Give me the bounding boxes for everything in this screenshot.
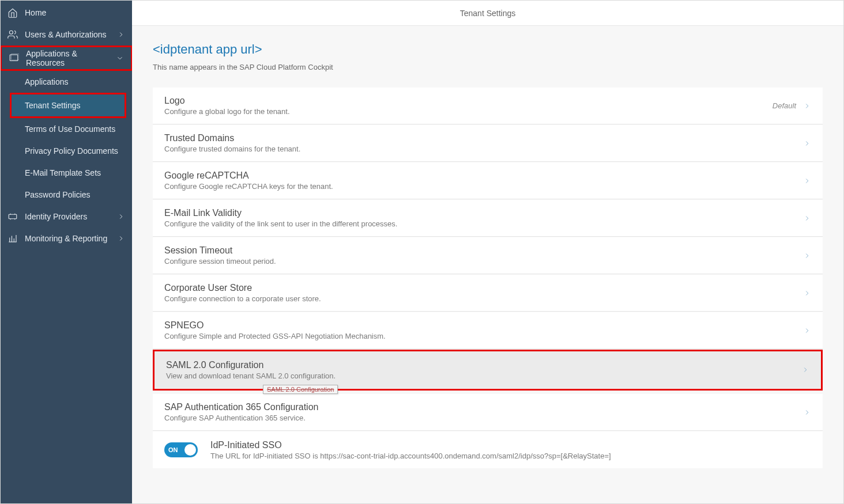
chevron-right-icon	[803, 289, 811, 297]
chevron-right-icon	[803, 214, 811, 222]
page-header: Tenant Settings	[132, 1, 843, 26]
setting-desc: Configure the validity of the link sent …	[164, 219, 803, 228]
identity-icon	[7, 211, 18, 222]
settings-list: Logo Configure a global logo for the ten…	[153, 88, 823, 468]
setting-saml-config[interactable]: SAML 2.0 Configuration View and download…	[155, 351, 821, 388]
nav-apps-resources[interactable]: Applications & Resources	[2, 47, 131, 69]
setting-title: Corporate User Store	[164, 283, 803, 293]
setting-logo[interactable]: Logo Configure a global logo for the ten…	[153, 88, 823, 124]
sidebar: Home Users & Authorizations Applications…	[1, 1, 132, 503]
svg-point-0	[9, 31, 13, 34]
chevron-right-icon	[803, 252, 811, 260]
setting-desc: View and download tenant SAML 2.0 config…	[166, 372, 801, 380]
nav-home[interactable]: Home	[1, 2, 132, 24]
home-icon	[7, 7, 18, 18]
setting-idp-sso: ON IdP-Initiated SSO The URL for IdP-ini…	[153, 431, 823, 468]
chevron-right-icon	[117, 31, 125, 39]
nav-home-label: Home	[25, 8, 125, 17]
setting-title: Session Timeout	[164, 245, 803, 256]
setting-recaptcha[interactable]: Google reCAPTCHA Configure Google reCAPT…	[153, 162, 823, 199]
chevron-right-icon	[117, 213, 125, 221]
nav-apps-label: Applications & Resources	[26, 49, 116, 67]
setting-title: Google reCAPTCHA	[164, 170, 803, 181]
setting-desc: Configure a global logo for the tenant.	[164, 107, 773, 116]
highlight-tenant-settings: Tenant Settings	[10, 93, 126, 118]
main-content: Tenant Settings <idptenant app url> This…	[132, 1, 843, 503]
chevron-right-icon	[801, 366, 809, 374]
setting-title: Logo	[164, 96, 773, 106]
setting-title: Trusted Domains	[164, 133, 803, 143]
chevron-right-icon	[803, 408, 811, 416]
nav-users[interactable]: Users & Authorizations	[1, 24, 132, 46]
content-area: <idptenant app url> This name appears in…	[132, 26, 843, 503]
setting-title: SAML 2.0 Configuration	[166, 360, 801, 370]
highlight-saml: SAML 2.0 Configuration View and download…	[153, 350, 823, 391]
users-icon	[7, 29, 18, 40]
setting-desc: Configure connection to a corporate user…	[164, 294, 803, 303]
sub-tenant-settings[interactable]: Tenant Settings	[12, 94, 125, 116]
setting-desc: Configure Simple and Protected GSS-API N…	[164, 332, 803, 340]
setting-status: Default	[773, 101, 796, 110]
setting-desc: Configure trusted domains for the tenant…	[164, 145, 803, 153]
toggle-knob	[184, 444, 196, 456]
svg-rect-3	[9, 214, 17, 219]
sub-password-policies[interactable]: Password Policies	[1, 184, 132, 206]
setting-desc: The URL for IdP-initiated SSO is https:/…	[210, 452, 811, 460]
saml-tooltip: SAML 2.0 Configuration	[263, 385, 338, 394]
nav-monitoring-label: Monitoring & Reporting	[25, 234, 117, 243]
highlight-apps-resources: Applications & Resources	[0, 46, 133, 71]
nav-users-label: Users & Authorizations	[25, 30, 117, 39]
chevron-right-icon	[803, 139, 811, 147]
idp-sso-toggle[interactable]: ON	[164, 442, 198, 457]
setting-corporate-user-store[interactable]: Corporate User Store Configure connectio…	[153, 275, 823, 312]
setting-desc: Configure Google reCAPTCHA keys for the …	[164, 182, 803, 191]
sub-applications[interactable]: Applications	[1, 71, 132, 93]
setting-session-timeout[interactable]: Session Timeout Configure session timeou…	[153, 237, 823, 274]
nav-identity-providers[interactable]: Identity Providers	[1, 206, 132, 228]
setting-title: SAP Authentication 365 Configuration	[164, 402, 803, 412]
setting-desc: Configure SAP Authentication 365 service…	[164, 414, 803, 422]
chevron-right-icon	[803, 327, 811, 335]
setting-title: IdP-Initiated SSO	[210, 440, 811, 450]
sub-terms[interactable]: Terms of Use Documents	[1, 118, 132, 140]
chart-icon	[7, 233, 18, 244]
chevron-right-icon	[803, 102, 811, 110]
setting-spnego[interactable]: SPNEGO Configure Simple and Protected GS…	[153, 312, 823, 349]
setting-auth-365[interactable]: SAP Authentication 365 Configuration Con…	[153, 394, 823, 431]
page-header-title: Tenant Settings	[460, 9, 516, 18]
nav-identity-label: Identity Providers	[25, 212, 117, 221]
setting-trusted-domains[interactable]: Trusted Domains Configure trusted domain…	[153, 125, 823, 162]
apps-icon	[9, 53, 19, 63]
nav-monitoring[interactable]: Monitoring & Reporting	[1, 228, 132, 249]
sub-email-templates[interactable]: E-Mail Template Sets	[1, 162, 132, 184]
sub-privacy[interactable]: Privacy Policy Documents	[1, 140, 132, 162]
setting-title: SPNEGO	[164, 320, 803, 331]
chevron-right-icon	[117, 234, 125, 242]
toggle-label: ON	[168, 446, 178, 453]
page-title: <idptenant app url>	[153, 42, 823, 57]
setting-desc: Configure session timeout period.	[164, 257, 803, 266]
setting-email-link-validity[interactable]: E-Mail Link Validity Configure the valid…	[153, 200, 823, 237]
setting-title: E-Mail Link Validity	[164, 208, 803, 218]
chevron-right-icon	[803, 177, 811, 185]
page-subtitle: This name appears in the SAP Cloud Platf…	[153, 63, 823, 71]
chevron-down-icon	[116, 54, 124, 62]
